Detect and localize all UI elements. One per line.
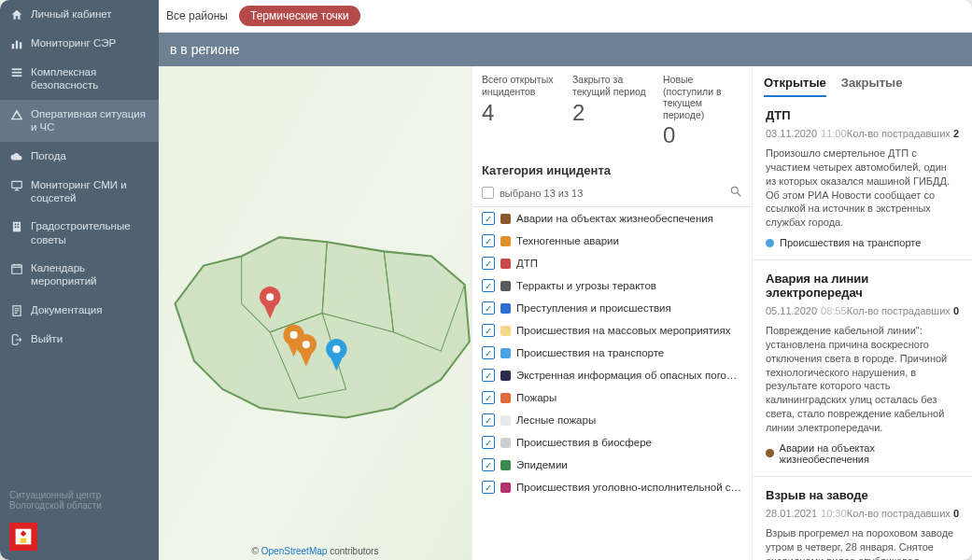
sidebar-item-monitor[interactable]: Мониторинг СМИ и соцсетей bbox=[0, 171, 159, 213]
category-item[interactable]: ✓Происшествия в биосфере bbox=[472, 431, 752, 454]
search-icon[interactable] bbox=[729, 185, 742, 201]
thermal-points-button[interactable]: Термические точки bbox=[239, 6, 360, 26]
sidebar-item-logout[interactable]: Выйти bbox=[0, 325, 159, 354]
category-checkbox[interactable]: ✓ bbox=[482, 257, 495, 270]
category-checkbox[interactable]: ✓ bbox=[482, 212, 495, 225]
category-name: Аварии на объектах жизнеобеспечения bbox=[516, 213, 742, 224]
category-item[interactable]: ✓Пожары bbox=[472, 386, 752, 409]
category-name: Происшествия уголовно-исполнительной сис… bbox=[516, 482, 742, 493]
category-checkbox[interactable]: ✓ bbox=[482, 324, 495, 337]
incident-card[interactable]: ДТП03.11.202011:00Кол-во пострадавших 2П… bbox=[753, 97, 972, 260]
category-checkbox[interactable]: ✓ bbox=[482, 458, 495, 471]
svg-line-29 bbox=[738, 193, 741, 197]
category-checkbox[interactable]: ✓ bbox=[482, 369, 495, 382]
category-item[interactable]: ✓Преступления и происшествия bbox=[472, 297, 752, 319]
sidebar-item-chart[interactable]: Мониторинг СЭР bbox=[0, 29, 159, 58]
sidebar-item-bars[interactable]: Комплексная безопасность bbox=[0, 58, 159, 100]
category-item[interactable]: ✓Аварии на объектах жизнеобеспечения bbox=[472, 207, 752, 230]
category-name: Техногенные аварии bbox=[516, 235, 742, 246]
map-attribution: © OpenStreetMap contributors bbox=[159, 546, 472, 556]
category-name: Пожары bbox=[516, 392, 742, 403]
sidebar-item-label: Градостроительные советы bbox=[31, 219, 149, 246]
incident-card[interactable]: Взрыв на заводе28.01.202110:30Кол-во пос… bbox=[753, 477, 972, 560]
stat-label: Закрыто за текущий период bbox=[572, 74, 652, 98]
tab-closed[interactable]: Закрытые bbox=[841, 76, 903, 97]
category-swatch bbox=[500, 303, 511, 314]
category-swatch bbox=[500, 259, 511, 269]
category-item[interactable]: ✓Происшествия на массовых мероприятиях bbox=[472, 319, 752, 342]
category-checkbox[interactable]: ✓ bbox=[482, 436, 495, 449]
sidebar-item-calendar[interactable]: Календарь мероприятий bbox=[0, 254, 159, 296]
incident-victims: Кол-во пострадавших 2 bbox=[847, 128, 959, 139]
category-swatch bbox=[500, 483, 511, 493]
stat-value: 4 bbox=[482, 100, 561, 126]
category-item[interactable]: ✓Эпидемии bbox=[472, 454, 752, 476]
select-all-checkbox[interactable] bbox=[482, 187, 494, 199]
category-item[interactable]: ✓Лесные пожары bbox=[472, 409, 752, 431]
incident-tag: Происшествия на транспорте bbox=[766, 237, 959, 248]
topbar: Все районы Термические точки bbox=[159, 0, 972, 33]
sidebar-item-doc[interactable]: Документация bbox=[0, 296, 159, 325]
svg-rect-9 bbox=[12, 222, 20, 232]
category-swatch bbox=[500, 371, 511, 381]
category-swatch bbox=[500, 281, 511, 291]
category-checkbox[interactable]: ✓ bbox=[482, 391, 495, 404]
stat-1: Закрыто за текущий период2 bbox=[567, 70, 657, 152]
svg-rect-11 bbox=[17, 224, 19, 226]
sidebar-item-cloud[interactable]: Погода bbox=[0, 142, 159, 171]
category-name: Происшествия на массовых мероприятиях bbox=[516, 325, 742, 336]
category-swatch bbox=[500, 415, 511, 426]
category-checkbox[interactable]: ✓ bbox=[482, 279, 495, 292]
calendar-icon bbox=[9, 262, 23, 275]
category-checkbox[interactable]: ✓ bbox=[482, 413, 495, 427]
category-checkbox[interactable]: ✓ bbox=[482, 481, 495, 494]
incident-tag: Аварии на объектах жизнеобеспечения bbox=[766, 442, 959, 465]
category-checkbox[interactable]: ✓ bbox=[482, 346, 495, 359]
incident-title: Авария на линии электропередач bbox=[766, 272, 959, 300]
category-name: Терракты и угрозы терактов bbox=[516, 280, 742, 291]
stat-value: 0 bbox=[663, 122, 742, 148]
home-icon bbox=[9, 8, 23, 21]
incident-title: ДТП bbox=[766, 108, 959, 122]
category-name: Лесные пожары bbox=[516, 414, 742, 426]
region-emblem bbox=[9, 523, 37, 551]
incident-card[interactable]: Авария на линии электропередач05.11.2020… bbox=[753, 260, 972, 477]
stat-label: Всего открытых инцидентов bbox=[482, 74, 561, 98]
sidebar-item-building[interactable]: Градостроительные советы bbox=[0, 212, 159, 254]
category-checkbox[interactable]: ✓ bbox=[482, 234, 495, 247]
svg-rect-23 bbox=[21, 539, 27, 543]
chart-icon bbox=[9, 37, 23, 50]
svg-rect-5 bbox=[11, 75, 21, 77]
category-item[interactable]: ✓ДТП bbox=[472, 252, 752, 274]
logout-icon bbox=[9, 333, 23, 346]
category-item[interactable]: ✓Терракты и угрозы терактов bbox=[472, 274, 752, 297]
svg-rect-3 bbox=[11, 68, 21, 70]
sidebar-item-home[interactable]: Личный кабинет bbox=[0, 0, 159, 29]
incident-description: Повреждение кабельной линии": установлен… bbox=[766, 324, 959, 435]
category-item[interactable]: ✓Происшествия уголовно-исполнительной си… bbox=[472, 476, 752, 498]
osm-link[interactable]: OpenStreetMap bbox=[261, 546, 328, 556]
svg-rect-10 bbox=[14, 224, 16, 226]
svg-rect-12 bbox=[14, 227, 16, 229]
category-item[interactable]: ✓Техногенные аварии bbox=[472, 230, 752, 252]
stat-label: Новые (поступили в текущем периоде) bbox=[663, 74, 742, 120]
category-item[interactable]: ✓Происшествия на транспорте bbox=[472, 342, 752, 364]
tab-open[interactable]: Открытые bbox=[764, 76, 826, 97]
monitor-icon bbox=[9, 179, 23, 192]
incident-description: Взрыв прогремел на пороховом заводе утро… bbox=[766, 526, 959, 560]
sidebar-item-label: Личный кабинет bbox=[31, 7, 149, 21]
region-map[interactable]: © OpenStreetMap contributors bbox=[159, 66, 472, 560]
svg-rect-6 bbox=[11, 181, 21, 188]
sidebar-item-label: Календарь мероприятий bbox=[31, 261, 149, 288]
category-swatch bbox=[500, 348, 511, 358]
sidebar-item-label: Документация bbox=[31, 303, 149, 316]
svg-rect-1 bbox=[15, 41, 17, 49]
category-checkbox[interactable]: ✓ bbox=[482, 301, 495, 315]
incident-description: Произошло смертельное ДТП с участием чет… bbox=[766, 147, 959, 230]
svg-rect-2 bbox=[19, 42, 21, 49]
districts-filter[interactable]: Все районы bbox=[166, 9, 228, 22]
sidebar-item-label: Мониторинг СМИ и соцсетей bbox=[31, 178, 149, 205]
category-item[interactable]: ✓Экстренная информация об опасных погодн… bbox=[472, 364, 752, 386]
cloud-icon bbox=[9, 150, 23, 163]
sidebar-item-warning[interactable]: Оперативная ситуация и ЧС bbox=[0, 100, 159, 142]
